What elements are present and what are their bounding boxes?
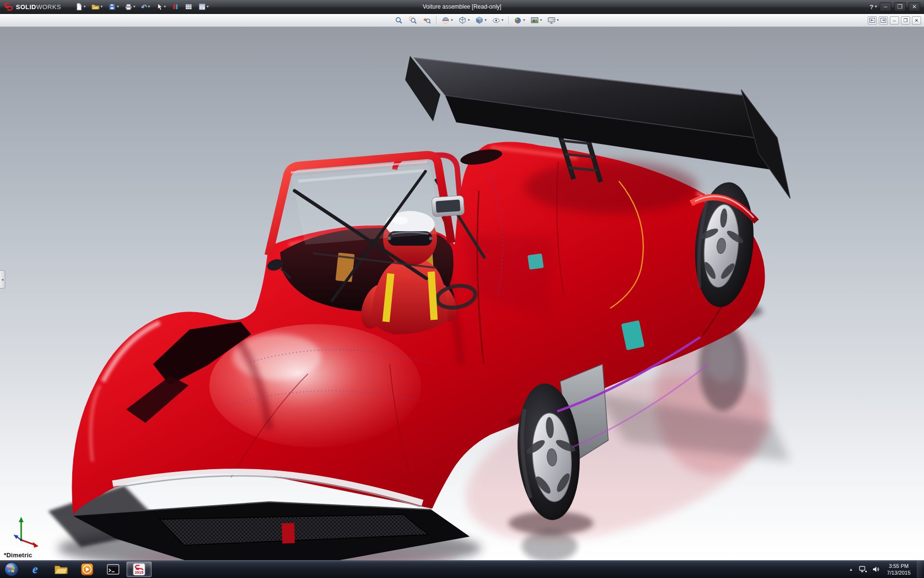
display-style-button[interactable]: ▾ — [473, 15, 489, 26]
previous-view-icon — [423, 16, 431, 25]
zoom-to-area-icon — [409, 16, 417, 25]
doc-restore-button[interactable]: ❐ — [901, 16, 910, 25]
section-view-icon — [441, 16, 450, 25]
volume-icon — [873, 566, 880, 573]
edit-appearance-button[interactable]: ▾ — [511, 15, 527, 26]
start-button[interactable] — [3, 561, 20, 578]
view-settings-icon — [547, 16, 556, 25]
section-view-button[interactable]: ▾ — [439, 15, 455, 26]
new-document-button[interactable]: ▾ — [73, 1, 88, 12]
save-icon — [108, 3, 116, 11]
command-prompt-icon — [107, 564, 119, 575]
print-icon — [125, 3, 132, 11]
doc-minimize-button[interactable]: – — [890, 16, 899, 25]
zoom-to-fit-icon — [395, 16, 403, 25]
taskbar-item-windows-explorer[interactable] — [49, 562, 74, 577]
dropdown-caret: ▾ — [207, 5, 209, 9]
solidworks-logo-icon — [4, 2, 13, 11]
dropdown-caret: ▾ — [523, 18, 525, 22]
file-properties-icon — [185, 3, 192, 11]
dropdown-caret: ▾ — [164, 5, 166, 9]
minimize-button[interactable]: – — [880, 2, 891, 12]
file-properties-button[interactable] — [182, 1, 195, 12]
help-button[interactable]: ? ▾ — [870, 3, 877, 11]
internet-explorer-icon: e — [32, 563, 38, 576]
view-orientation-button[interactable]: ▾ — [456, 15, 472, 26]
solidworks-logo: SOLIDWORKS — [0, 2, 66, 11]
previous-window-button[interactable] — [868, 16, 877, 25]
dropdown-caret: ▾ — [133, 5, 135, 9]
dropdown-caret: ▾ — [84, 5, 86, 9]
heads-up-toolbar: ▾ ▾ ▾ ▾ ▾ ▾ — [0, 14, 924, 27]
taskbar-item-command-prompt[interactable] — [101, 562, 126, 577]
close-button[interactable]: ✕ — [909, 2, 920, 12]
help-icon: ? — [870, 3, 873, 11]
folder-icon — [54, 564, 68, 575]
main-toolbar: ▾ ▾ ▾ ▾ ↶ ▾ ▾ — [73, 1, 211, 12]
print-button[interactable]: ▾ — [122, 1, 138, 12]
zoom-to-area-button[interactable] — [406, 15, 420, 26]
graphics-area: *Dimetric ◂ — [0, 27, 924, 560]
options-button[interactable]: ▾ — [196, 1, 211, 12]
volume-tray-icon[interactable] — [871, 564, 881, 575]
previous-view-button[interactable] — [420, 15, 434, 26]
apply-scene-button[interactable]: ▾ — [528, 15, 544, 26]
restore-button[interactable]: ❐ — [894, 2, 906, 12]
dropdown-caret: ▾ — [468, 18, 470, 22]
view-tools-group: ▾ ▾ ▾ ▾ ▾ ▾ — [392, 15, 561, 26]
taskbar-item-media-player[interactable] — [75, 562, 100, 577]
feature-manager-collapse-tab[interactable]: ◂ — [0, 270, 5, 289]
toolbar-separator — [508, 16, 509, 25]
dropdown-caret: ▾ — [451, 18, 453, 22]
network-tray-icon[interactable] — [858, 564, 868, 575]
window-controls: ? ▾ – ❐ ✕ — [870, 2, 924, 12]
taskbar-items: e — [22, 561, 152, 578]
dropdown-caret: ▾ — [117, 5, 119, 9]
eye-icon — [492, 16, 500, 25]
clock-time: 3:55 PM — [887, 563, 911, 569]
view-settings-button[interactable]: ▾ — [545, 15, 561, 26]
3d-viewport[interactable] — [0, 27, 924, 560]
document-window-controls: – ❐ ✕ — [868, 16, 921, 25]
next-window-icon — [880, 17, 886, 23]
options-sheet-icon — [198, 3, 206, 11]
rear-wing — [405, 56, 790, 198]
solidworks-window: SOLIDWORKS ▾ ▾ ▾ ▾ ↶ ▾ — [0, 0, 924, 578]
taskbar-clock[interactable]: 3:55 PM 7/13/2015 — [884, 563, 913, 577]
toolbar-separator — [436, 16, 436, 25]
harness-strap-right — [431, 272, 434, 320]
taskbar: e — [0, 560, 924, 578]
dropdown-caret: ▾ — [501, 18, 503, 22]
previous-window-icon — [869, 17, 875, 23]
taskbar-item-internet-explorer[interactable]: e — [23, 562, 48, 577]
clock-date: 7/13/2015 — [887, 569, 911, 576]
undo-button[interactable]: ↶ ▾ — [139, 1, 153, 12]
dropdown-caret: ▾ — [875, 5, 877, 9]
display-style-icon — [475, 16, 484, 25]
hide-show-items-button[interactable]: ▾ — [489, 15, 506, 26]
select-button[interactable]: ▾ — [154, 1, 168, 12]
save-button[interactable]: ▾ — [106, 1, 121, 12]
dropdown-caret: ▾ — [148, 5, 150, 9]
dropdown-caret: ▾ — [101, 5, 103, 9]
brand-text-bold: SOLID — [16, 3, 36, 11]
undo-icon: ↶ — [141, 3, 147, 11]
rebuild-button[interactable] — [169, 1, 181, 12]
open-button[interactable]: ▾ — [89, 1, 105, 12]
select-cursor-icon — [156, 3, 163, 11]
view-orientation-label: *Dimetric — [4, 552, 32, 559]
dropdown-caret: ▾ — [485, 18, 487, 22]
show-hidden-icons-button[interactable]: ▲ — [847, 565, 855, 574]
system-tray: ▲ 3:55 PM 7/13/2015 — [847, 561, 924, 578]
brand-text-light: WORKS — [36, 3, 61, 11]
harness-strap-left — [386, 274, 391, 322]
taskbar-item-solidworks[interactable]: 2015 — [127, 562, 152, 577]
show-desktop-button[interactable] — [917, 561, 923, 578]
doc-close-button[interactable]: ✕ — [912, 16, 921, 25]
open-folder-icon — [91, 3, 100, 11]
next-window-button[interactable] — [879, 16, 888, 25]
dropdown-caret: ▾ — [540, 18, 542, 22]
zoom-to-fit-button[interactable] — [392, 15, 406, 26]
appearance-ball-icon — [513, 16, 522, 25]
solidworks-version-badge: 2015 — [134, 570, 144, 575]
